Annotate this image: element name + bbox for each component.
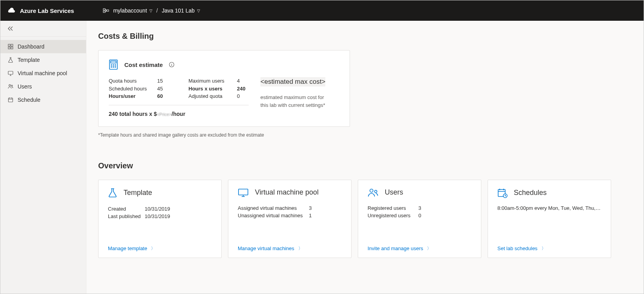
svg-point-17 <box>113 67 114 67</box>
overview-action-label: Manage template <box>108 245 147 251</box>
brand-name: Azure Lab Services <box>20 7 74 14</box>
cost-total-prefix: 240 total hours x $ <box>109 111 157 117</box>
manage-users-link[interactable]: Invite and manage users 〉 <box>368 245 431 251</box>
chevron-right-icon: 〉 <box>427 245 431 251</box>
svg-point-13 <box>111 65 112 65</box>
grid-icon <box>7 44 14 49</box>
collapse-sidebar-button[interactable] <box>0 21 86 37</box>
overview-card-title: Users <box>385 188 403 197</box>
overview-row-label: Registered users <box>368 204 418 212</box>
cost-label: Quota hours <box>109 77 152 85</box>
breadcrumb: mylabaccount ▽ / Java 101 Lab ▽ <box>103 7 200 14</box>
sidebar-item-dashboard[interactable]: Dashboard <box>0 40 86 53</box>
sidebar-item-label: Dashboard <box>18 43 45 50</box>
flask-icon <box>108 188 117 198</box>
chevron-right-icon: 〉 <box>298 245 303 251</box>
overview-card-title: Virtual machine pool <box>255 188 319 197</box>
cost-value: 45 <box>157 85 169 93</box>
estimated-max-cost-value: <estimated max cost> <box>260 77 325 87</box>
overview-card-users: Users Registered users3 Unregistered use… <box>358 180 481 258</box>
monitor-icon <box>238 188 249 197</box>
estimated-max-cost-caption: estimated maximum cost for this lab with… <box>260 94 327 109</box>
calendar-clock-icon <box>497 188 508 198</box>
svg-point-21 <box>370 189 373 192</box>
costs-billing-heading: Costs & Billing <box>98 32 632 41</box>
users-icon <box>368 188 379 197</box>
cost-value: 240 <box>237 85 249 93</box>
resource-icon <box>103 7 109 14</box>
svg-rect-12 <box>111 61 116 63</box>
breadcrumb-account-label: mylabaccount <box>113 7 147 14</box>
sidebar-item-users[interactable]: Users <box>0 80 86 93</box>
calculator-icon <box>109 59 118 70</box>
cost-col-right: Maximum users4 Hours x users240 Adjusted… <box>188 77 249 100</box>
overview-cards: Template Created10/31/2019 Last publishe… <box>98 180 632 258</box>
svg-point-22 <box>375 190 377 193</box>
overview-card-title: Schedules <box>514 189 547 197</box>
cost-label: Hours x users <box>188 85 231 93</box>
breadcrumb-lab[interactable]: Java 101 Lab ▽ <box>162 7 200 14</box>
svg-rect-0 <box>103 9 105 10</box>
cost-value: 4 <box>237 77 249 85</box>
sidebar-item-label: Template <box>18 57 40 63</box>
svg-rect-3 <box>8 44 10 46</box>
users-icon <box>7 84 14 89</box>
overview-row-value: 0 <box>418 212 421 220</box>
svg-rect-20 <box>239 189 248 195</box>
cost-total-suffix: /hour <box>172 111 185 117</box>
chevron-down-icon: ▽ <box>197 9 200 13</box>
overview-heading: Overview <box>98 161 632 170</box>
overview-row-label: Unregistered users <box>368 212 418 220</box>
overview-row-label: Unassigned virtual machines <box>238 212 309 220</box>
manage-vms-link[interactable]: Manage virtual machines 〉 <box>238 245 303 251</box>
cost-label: Adjusted quota <box>188 92 231 100</box>
schedule-summary: 8:00am-5:00pm every Mon, Tue, Wed, Thu, … <box>497 205 601 211</box>
calendar-icon <box>7 97 14 103</box>
svg-rect-2 <box>107 10 109 11</box>
overview-card-schedules: Schedules 8:00am-5:00pm every Mon, Tue, … <box>488 180 611 258</box>
cost-estimate-card: Cost estimate Quota hours15 Scheduled ho… <box>98 50 350 127</box>
brand-logo[interactable]: Azure Lab Services <box>7 6 74 15</box>
svg-rect-4 <box>11 44 13 46</box>
overview-action-label: Set lab schedules <box>497 245 538 251</box>
chevron-right-icon: 〉 <box>151 245 155 251</box>
cost-total-line: 240 total hours x $<Price>/hour <box>109 111 249 117</box>
main-content: Costs & Billing Cost estimate Quota hour… <box>86 21 644 294</box>
svg-rect-7 <box>8 71 13 74</box>
sidebar-item-vm-pool[interactable]: Virtual machine pool <box>0 67 86 80</box>
sidebar-item-label: Users <box>18 83 32 90</box>
monitor-icon <box>7 70 14 76</box>
svg-rect-6 <box>11 47 13 49</box>
overview-row-value: 3 <box>309 204 312 212</box>
manage-template-link[interactable]: Manage template 〉 <box>108 245 155 251</box>
overview-action-label: Invite and manage users <box>368 245 423 251</box>
info-icon[interactable] <box>169 62 174 67</box>
overview-row-value: 10/31/2019 <box>145 213 170 220</box>
cost-value: 15 <box>157 77 169 85</box>
sidebar-nav: Dashboard Template Virtual machine pool … <box>0 37 86 106</box>
cost-summary: <estimated max cost> estimated maximum c… <box>260 77 339 117</box>
cost-footnote: *Template hours and shared image gallery… <box>98 132 632 138</box>
overview-row-label: Last published <box>108 213 145 220</box>
overview-row-value: 10/31/2019 <box>145 205 170 213</box>
azure-logo-icon <box>7 6 16 15</box>
breadcrumb-lab-label: Java 101 Lab <box>162 7 195 14</box>
sidebar-item-template[interactable]: Template <box>0 53 86 67</box>
flask-icon <box>7 57 14 63</box>
cost-label: Maximum users <box>188 77 231 85</box>
svg-point-16 <box>111 67 112 67</box>
overview-row-label: Created <box>108 205 145 213</box>
cost-total-price: <Price> <box>157 112 172 117</box>
svg-rect-10 <box>9 98 13 102</box>
sidebar-item-schedule[interactable]: Schedule <box>0 93 86 106</box>
double-chevron-left-icon <box>7 26 79 31</box>
set-schedules-link[interactable]: Set lab schedules 〉 <box>497 245 546 251</box>
overview-card-title: Template <box>124 189 152 197</box>
svg-point-15 <box>115 65 116 65</box>
overview-row-value: 3 <box>418 204 421 212</box>
cost-label: Hours/user <box>109 92 152 100</box>
breadcrumb-account[interactable]: mylabaccount ▽ <box>113 7 152 14</box>
sidebar-item-label: Virtual machine pool <box>18 70 67 76</box>
chevron-right-icon: 〉 <box>542 245 546 251</box>
chevron-down-icon: ▽ <box>149 9 152 13</box>
